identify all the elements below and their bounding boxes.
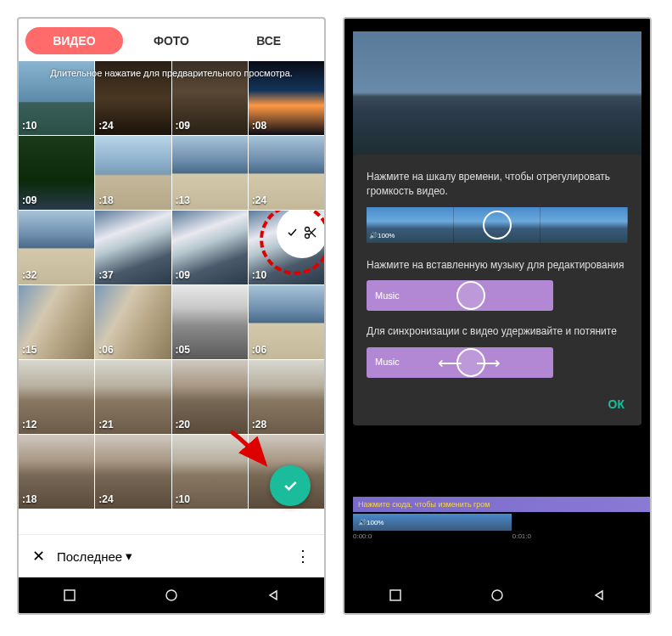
handle-icon — [456, 281, 485, 310]
check-icon — [282, 477, 299, 494]
media-cell[interactable]: :06 — [249, 285, 324, 359]
svg-rect-4 — [390, 590, 400, 600]
duration-label: :15 — [22, 344, 36, 356]
media-cell[interactable]: :10 — [172, 435, 248, 509]
nav-home-icon[interactable] — [491, 589, 503, 601]
media-cell[interactable]: :13 — [172, 136, 248, 210]
media-tabs: ВИДЕО ФОТО ВСЕ — [19, 19, 324, 61]
media-cell[interactable]: :15 — [19, 285, 94, 359]
duration-label: :18 — [22, 493, 36, 505]
media-cell[interactable]: :09 — [19, 136, 94, 210]
duration-label: :10 — [176, 493, 190, 505]
video-stripe[interactable]: 🔊 100% — [353, 514, 512, 531]
media-cell[interactable]: :24 — [95, 435, 171, 509]
music-stripe[interactable]: Нажмите сюда, чтобы изменить гром — [353, 497, 650, 512]
duration-label: :12 — [22, 419, 36, 431]
media-cell[interactable]: :06 — [95, 285, 171, 359]
media-cell[interactable]: :05 — [172, 285, 248, 359]
tip-music-sync: Для синхронизации с видео удерживайте и … — [367, 324, 628, 339]
nav-recents-icon[interactable] — [64, 589, 76, 601]
duration-label: :05 — [176, 344, 190, 356]
duration-label: :09 — [176, 269, 190, 281]
duration-label: :32 — [22, 269, 36, 281]
volume-label: 🔊100% — [369, 231, 395, 240]
duration-label: :21 — [98, 419, 113, 431]
nav-home-icon[interactable] — [165, 589, 177, 601]
duration-label: :24 — [252, 194, 266, 206]
tab-all[interactable]: ВСЕ — [220, 27, 317, 54]
svg-point-3 — [166, 590, 176, 600]
android-nav — [344, 577, 650, 613]
media-cell[interactable]: :20 — [172, 360, 248, 434]
duration-label: :06 — [98, 344, 113, 356]
tab-video[interactable]: ВИДЕО — [25, 27, 123, 54]
help-dialog: Нажмите на шкалу времени, чтобы отрегули… — [353, 155, 641, 425]
playhead-icon — [483, 211, 512, 239]
ok-button[interactable]: ОК — [367, 391, 628, 415]
dropdown-label: Последнее — [57, 549, 122, 564]
android-nav — [19, 577, 324, 613]
time-marks: 0:00:00:01:0 — [353, 531, 531, 540]
svg-point-1 — [305, 234, 310, 239]
duration-label: :13 — [176, 194, 190, 206]
duration-label: :28 — [252, 419, 266, 431]
media-cell[interactable]: :12 — [19, 360, 94, 434]
more-menu[interactable]: ⋮ — [295, 547, 311, 566]
media-cell[interactable]: :18 — [95, 136, 171, 210]
svg-point-0 — [305, 228, 310, 232]
duration-label: :09 — [176, 120, 190, 132]
duration-label: :06 — [252, 344, 266, 356]
media-cell[interactable]: :28 — [249, 360, 324, 434]
media-cell[interactable]: :32 — [19, 211, 94, 284]
chevron-down-icon: ▾ — [126, 549, 132, 564]
media-cell[interactable]: :18 — [19, 435, 94, 509]
duration-label: :08 — [252, 120, 266, 132]
phone-left: ВИДЕО ФОТО ВСЕ Длительное нажатие для пр… — [17, 17, 326, 615]
media-cell[interactable]: :21 — [95, 360, 171, 434]
check-icon[interactable] — [287, 227, 299, 239]
music-track-sync[interactable]: Music ⟵ ⟶ — [367, 347, 553, 378]
bottom-timeline: Нажмите сюда, чтобы изменить гром 🔊 100%… — [353, 497, 650, 540]
duration-label: :20 — [176, 419, 190, 431]
media-cell[interactable]: :09 — [172, 211, 248, 284]
nav-back-icon[interactable] — [593, 589, 605, 601]
duration-label: :10 — [22, 120, 36, 132]
music-label: Music — [375, 290, 400, 302]
media-grid: :10:24:09:08:09:18:13:24:32:37:09:10 :15… — [19, 61, 324, 534]
confirm-button[interactable] — [270, 465, 311, 506]
duration-label: :24 — [98, 493, 113, 505]
close-button[interactable]: ✕ — [32, 547, 45, 566]
gallery-screen: ВИДЕО ФОТО ВСЕ Длительное нажатие для пр… — [19, 19, 324, 577]
video-preview[interactable] — [353, 31, 641, 167]
media-cell[interactable]: :24 — [249, 136, 324, 210]
album-dropdown[interactable]: Последнее▾ — [57, 549, 132, 564]
longpress-hint: Длительное нажатие для предварительного … — [19, 68, 324, 78]
duration-label: :18 — [98, 194, 113, 206]
duration-label: :09 — [22, 194, 36, 206]
svg-rect-2 — [64, 590, 75, 600]
media-cell[interactable]: :37 — [95, 211, 171, 284]
music-track-edit[interactable]: Music — [367, 280, 553, 311]
tab-photo[interactable]: ФОТО — [123, 27, 221, 54]
music-label: Music — [375, 356, 400, 369]
selection-actions — [277, 211, 324, 258]
media-cell[interactable]: :10 — [249, 211, 324, 284]
video-timeline[interactable]: 🔊100% — [367, 207, 628, 243]
svg-point-5 — [492, 590, 502, 600]
scissors-icon[interactable] — [304, 226, 317, 239]
duration-label: :24 — [98, 120, 113, 132]
nav-back-icon[interactable] — [267, 589, 279, 601]
tip-music-edit: Нажмите на вставленную музыку для редакт… — [367, 258, 628, 273]
handle-icon — [456, 348, 485, 377]
tip-volume: Нажмите на шкалу времени, чтобы отрегули… — [367, 170, 628, 199]
duration-label: :37 — [98, 269, 113, 281]
duration-label: :10 — [252, 269, 266, 281]
editor-screen: Нажмите на шкалу времени, чтобы отрегули… — [344, 19, 650, 577]
bottom-bar: ✕ Последнее▾ ⋮ — [19, 534, 324, 577]
phone-right: Нажмите на шкалу времени, чтобы отрегули… — [343, 17, 652, 615]
nav-recents-icon[interactable] — [389, 589, 401, 601]
